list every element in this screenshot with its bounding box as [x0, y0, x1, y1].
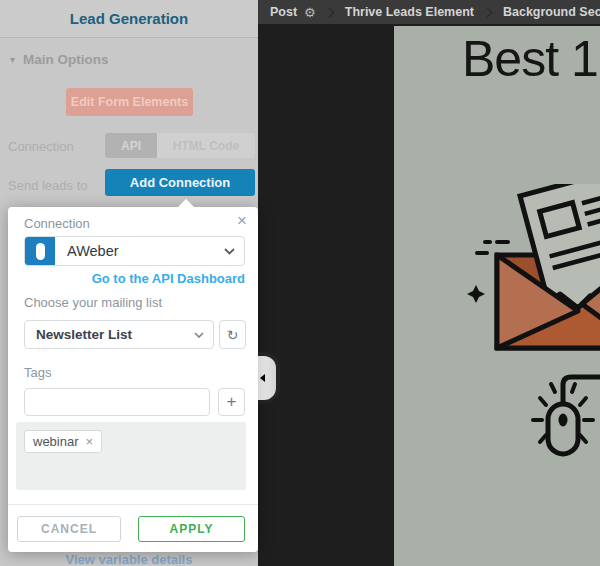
mailing-list-label: Choose your mailing list: [24, 295, 162, 310]
tags-label: Tags: [24, 365, 51, 380]
send-leads-to-label: Send leads to: [8, 178, 88, 193]
tab-api[interactable]: API: [105, 133, 157, 158]
connection-type-toggle: API HTML Code: [105, 133, 255, 158]
cancel-button[interactable]: CANCEL: [17, 516, 121, 542]
tab-html-code[interactable]: HTML Code: [157, 133, 255, 158]
canvas-heading[interactable]: Best 1: [462, 30, 598, 88]
content-canvas[interactable]: Best 1: [394, 26, 600, 566]
refresh-icon: ↻: [227, 327, 239, 343]
footer-divider: [8, 504, 258, 505]
plus-icon: +: [227, 392, 237, 412]
edit-form-elements-button[interactable]: Edit Form Elements: [66, 88, 193, 116]
api-dashboard-link[interactable]: Go to the API Dashboard: [92, 271, 245, 286]
breadcrumb-separator-icon: [483, 7, 493, 17]
chevron-down-icon: [194, 332, 204, 338]
breadcrumb: Post ⚙ Thrive Leads Element Background S…: [258, 0, 600, 24]
add-tag-button[interactable]: +: [218, 388, 245, 416]
chevron-left-icon: [260, 374, 265, 382]
breadcrumb-thrive-leads-element[interactable]: Thrive Leads Element: [345, 5, 474, 19]
aweber-logo-icon: [25, 237, 55, 265]
main-options-label: Main Options: [23, 52, 109, 67]
breadcrumb-post[interactable]: Post: [270, 5, 297, 19]
connection-popup: Connection × AWeber Go to the API Dashbo…: [8, 207, 258, 552]
tag-chip: webinar ×: [24, 430, 102, 453]
gear-icon[interactable]: ⚙: [304, 5, 316, 20]
chevron-down-icon: ▾: [10, 54, 15, 65]
connection-service-select[interactable]: AWeber: [24, 236, 245, 266]
remove-tag-icon[interactable]: ×: [86, 434, 94, 449]
main-options-section[interactable]: ▾ Main Options: [0, 46, 258, 72]
tags-input[interactable]: [24, 388, 210, 416]
close-icon[interactable]: ×: [237, 212, 247, 229]
chevron-down-icon: [224, 248, 235, 255]
refresh-list-button[interactable]: ↻: [219, 320, 246, 349]
sidebar-collapse-toggle[interactable]: [258, 352, 280, 404]
mailing-list-select[interactable]: Newsletter List: [24, 320, 214, 349]
envelope-illustration-icon: [460, 184, 600, 362]
connection-label: Connection: [8, 139, 74, 154]
popup-title: Connection: [24, 216, 90, 231]
breadcrumb-separator-icon: [324, 7, 334, 17]
apply-button[interactable]: APPLY: [138, 516, 245, 542]
mouse-illustration-icon: [500, 370, 600, 480]
page-title: Lead Generation: [70, 10, 188, 27]
panel-header: Lead Generation: [0, 0, 258, 38]
breadcrumb-background-section[interactable]: Background Section: [503, 5, 600, 19]
view-variable-details-link[interactable]: View variable details: [0, 552, 258, 566]
popup-arrow: [178, 199, 194, 207]
mailing-list-value: Newsletter List: [36, 327, 194, 342]
tag-chip-label: webinar: [33, 434, 79, 449]
tags-list: webinar ×: [16, 422, 246, 490]
service-name: AWeber: [67, 243, 224, 259]
add-connection-button[interactable]: Add Connection: [105, 169, 255, 196]
